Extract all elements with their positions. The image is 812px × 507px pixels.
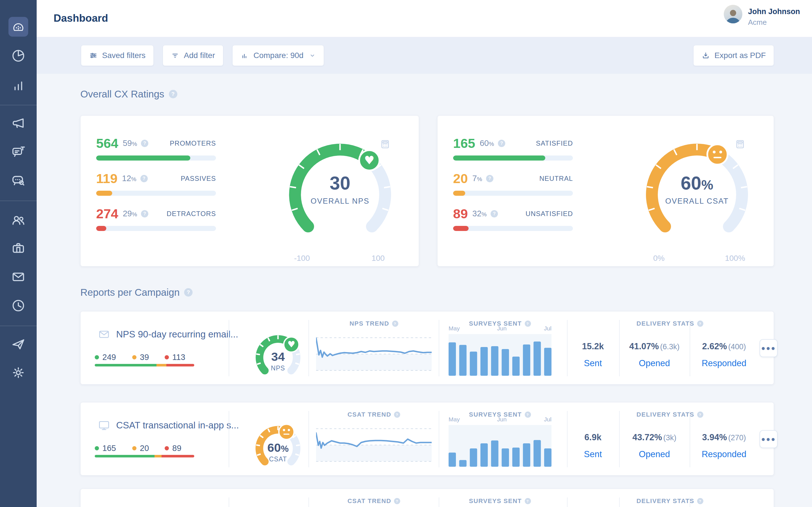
help-icon[interactable]: ? — [525, 498, 531, 504]
avatar[interactable] — [724, 5, 742, 23]
stat-link[interactable]: Opened — [629, 358, 680, 369]
bar-chart-icon — [11, 78, 26, 94]
sidebar — [0, 0, 37, 507]
sidebar-item-dashboard[interactable] — [8, 17, 28, 37]
delivery-header-text: DELIVERY STATS — [637, 411, 695, 418]
help-icon[interactable]: ? — [498, 140, 505, 147]
svg-text:♥: ♥ — [288, 339, 296, 349]
sidebar-item-survey-text[interactable] — [0, 144, 37, 161]
card-divider — [229, 497, 229, 507]
sidebar-item-bar-chart[interactable] — [0, 78, 37, 94]
sidebar-item-envelope[interactable] — [0, 269, 37, 286]
stat-link[interactable]: Responded — [702, 449, 747, 459]
filter-icon — [171, 51, 179, 60]
metric-detractors: 274 29% ? DETRACTORS — [96, 206, 216, 231]
count-dot — [95, 446, 99, 450]
gauge-min-label: -100 — [282, 254, 322, 263]
gauge-label: OVERALL CSAT — [632, 197, 762, 206]
add-filter-label: Add filter — [184, 51, 215, 60]
count-red: 113 — [165, 353, 185, 362]
more-button[interactable]: ●●● — [760, 339, 777, 357]
sidebar-item-users[interactable] — [0, 212, 37, 229]
compare-label: Compare: 90d — [253, 51, 303, 60]
calculator-icon[interactable] — [735, 139, 746, 151]
sidebar-item-pie-chart[interactable] — [0, 48, 37, 64]
help-icon[interactable]: ? — [394, 411, 400, 418]
count-value: 20 — [140, 444, 149, 453]
user-name: John Johnson — [748, 7, 800, 16]
help-icon[interactable]: ? — [141, 210, 148, 217]
stat-value: 3.94% — [702, 432, 727, 442]
compare-dropdown[interactable]: Compare: 90d — [232, 45, 324, 66]
svg-text:♥: ♥ — [364, 154, 375, 167]
campaign-gauge-value: 34 — [246, 350, 310, 363]
stat-sub: (3k) — [663, 434, 677, 442]
help-icon[interactable]: ? — [394, 498, 400, 504]
stat-link[interactable]: Sent — [584, 449, 602, 459]
saved-filters-label: Saved filters — [102, 51, 146, 60]
add-filter-button[interactable]: Add filter — [163, 45, 223, 66]
count-stacked-bar — [95, 455, 194, 457]
overall-card-csat: 165 60% ? SATISFIED 20 7% ? NEUTRAL 89 3… — [437, 115, 774, 267]
help-icon[interactable]: ? — [486, 175, 493, 182]
month-label: May — [449, 325, 460, 332]
gear-icon — [11, 365, 26, 381]
metric-pct: 59% — [123, 138, 137, 148]
sidebar-item-conversation-search[interactable] — [0, 173, 37, 189]
stat-sent: 15.2k Sent — [582, 341, 604, 369]
stat-value: 2.62% — [702, 341, 727, 351]
help-icon[interactable]: ? — [491, 210, 498, 217]
metric-pct: 60% — [479, 138, 494, 148]
help-icon[interactable]: ? — [697, 321, 703, 327]
surveys-month-labels: MayJunJul — [449, 325, 552, 332]
campaign-title[interactable]: CSAT transactional in-app s... — [98, 419, 239, 432]
survey-text-icon — [11, 144, 26, 161]
stat-link[interactable]: Responded — [702, 358, 747, 369]
help-icon[interactable]: ? — [184, 288, 193, 297]
metric-label: DETRACTORS — [167, 210, 216, 218]
month-label: Jun — [497, 416, 507, 423]
count-value: 165 — [102, 444, 116, 453]
help-icon[interactable]: ? — [141, 140, 148, 147]
more-button[interactable]: ●●● — [760, 430, 777, 448]
stat-link[interactable]: Sent — [582, 358, 604, 369]
trend-header: CSAT TREND? — [347, 411, 400, 418]
metric-label: SATISFIED — [536, 139, 573, 147]
saved-filters-button[interactable]: Saved filters — [81, 45, 154, 66]
help-icon[interactable]: ? — [140, 175, 148, 182]
dashboard-icon — [11, 19, 25, 34]
campaign-gauge-value: 60% — [246, 441, 310, 455]
sidebar-item-briefcase[interactable] — [0, 240, 37, 257]
envelope-icon — [98, 328, 110, 341]
count-dot — [165, 446, 169, 450]
gauge-min-label: 0% — [639, 254, 679, 263]
stat-link[interactable]: Opened — [632, 449, 676, 459]
metric-pct: 32% — [472, 209, 487, 218]
gauge-value: 60% — [632, 172, 762, 194]
trend-header: CSAT TREND? — [347, 497, 400, 505]
section-title-reports: Reports per Campaign ? — [80, 287, 193, 298]
help-icon[interactable]: ? — [697, 411, 703, 418]
export-pdf-button[interactable]: Export as PDF — [693, 45, 774, 66]
person-silhouette-icon — [724, 6, 742, 23]
count-dot — [95, 355, 99, 359]
help-icon[interactable]: ? — [169, 90, 177, 98]
calculator-icon[interactable] — [380, 139, 391, 151]
campaign-title-text: NPS 90-day recurring email... — [116, 329, 238, 340]
card-divider — [619, 411, 620, 467]
count-stacked-bar — [95, 364, 194, 367]
sidebar-item-clock[interactable] — [0, 298, 37, 314]
sidebar-item-megaphone[interactable] — [0, 115, 37, 132]
sidebar-item-gear[interactable] — [0, 365, 37, 381]
help-icon[interactable]: ? — [697, 498, 703, 504]
trend-header-text: CSAT TREND — [347, 497, 391, 505]
metric-bar — [453, 226, 573, 231]
bar-chart-icon — [241, 51, 249, 60]
card-divider — [439, 411, 439, 467]
metric-value: 165 — [453, 135, 475, 151]
export-pdf-label: Export as PDF — [714, 51, 766, 60]
campaign-title[interactable]: NPS 90-day recurring email... — [98, 328, 238, 341]
help-icon[interactable]: ? — [392, 321, 398, 327]
sidebar-item-paper-plane[interactable] — [0, 337, 37, 353]
card-divider — [567, 497, 567, 507]
